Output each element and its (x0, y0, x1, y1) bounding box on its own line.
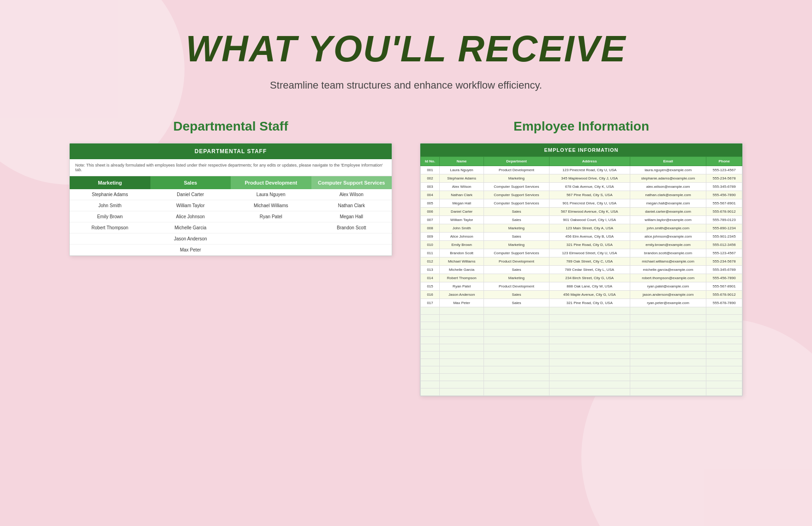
table-cell: 004 (421, 191, 440, 199)
table-cell: 555-345-6789 (706, 183, 742, 191)
table-cell-empty (484, 337, 549, 344)
table-cell-empty (484, 389, 549, 396)
table-cell-empty (706, 389, 742, 396)
table-cell-empty (630, 352, 706, 359)
table-cell: Stephanie Adams (440, 174, 484, 183)
table-cell: Daniel Carter (440, 208, 484, 216)
table-cell-empty (484, 322, 549, 329)
table-cell-empty (484, 344, 549, 352)
table-cell: 234 Birch Street, City G, USA (549, 274, 630, 282)
table-cell-empty (440, 337, 484, 344)
table-cell: ryan.peter@example.com (630, 299, 706, 307)
table-cell: 014 (421, 274, 440, 282)
table-cell-empty (630, 374, 706, 381)
table-cell: 789 Oak Street, City C, USA (549, 257, 630, 266)
dept-cell: John Smith (70, 200, 150, 211)
table-cell-empty (440, 359, 484, 366)
table-cell: Product Development (484, 282, 549, 291)
table-cell: 345 Maplewood Drive, City J, USA (549, 174, 630, 183)
dept-cell: Megan Hall (311, 211, 392, 222)
emp-table-col-header: Department (484, 157, 549, 166)
emp-table-body: 001Laura NguyenProduct Development123 Pi… (421, 166, 742, 396)
table-row (421, 374, 742, 381)
table-cell-empty (484, 307, 549, 315)
table-cell: Marketing (484, 274, 549, 282)
table-cell: 009 (421, 233, 440, 241)
table-cell-empty (630, 315, 706, 322)
table-cell: 901 Pinecrest Drive, City U, USA (549, 199, 630, 208)
dept-cell: Daniel Carter (150, 189, 231, 200)
table-cell: 555-456-7890 (706, 191, 742, 199)
dept-cell (231, 233, 311, 245)
table-cell-empty (706, 359, 742, 366)
emp-header: EMPLOYEE INFORMATION (420, 143, 742, 156)
table-cell: emily.brown@example.com (630, 241, 706, 249)
employee-info-section: Employee Information EMPLOYEE INFORMATIO… (420, 119, 743, 396)
table-cell-empty (549, 307, 630, 315)
table-cell: Product Development (484, 257, 549, 266)
table-cell: william.taylor@example.com (630, 216, 706, 224)
dept-cell (231, 245, 311, 256)
table-cell-empty (706, 322, 742, 329)
table-cell: 555-012-3456 (706, 241, 742, 249)
table-cell-empty (630, 322, 706, 329)
dept-cell: William Taylor (150, 200, 231, 211)
table-cell-empty (706, 352, 742, 359)
dept-cell: Brandon Scott (311, 222, 392, 233)
table-cell: Sales (484, 233, 549, 241)
table-row: 002Stephanie AdamsMarketing345 Maplewood… (421, 174, 742, 183)
table-cell: Sales (484, 216, 549, 224)
dept-cell (70, 245, 150, 256)
emp-table-col-header: Phone (706, 157, 742, 166)
table-cell-empty (421, 366, 440, 374)
table-cell: 017 (421, 299, 440, 307)
table-cell-empty (440, 366, 484, 374)
emp-table-col-header: Id No. (421, 157, 440, 166)
table-cell-empty (549, 366, 630, 374)
table-cell: 789 Cedar Street, City L, USA (549, 266, 630, 274)
table-cell: Product Development (484, 166, 549, 174)
table-cell-empty (421, 322, 440, 329)
table-row (421, 389, 742, 396)
table-cell-empty (706, 344, 742, 352)
table-cell-empty (706, 315, 742, 322)
dept-sheet-container: DEPARTMENTAL STAFF Note: This sheet is a… (69, 143, 392, 256)
dept-col-header-computer: Computer Support Services (311, 176, 392, 189)
table-cell: 555-567-8901 (706, 282, 742, 291)
table-cell: Sales (484, 291, 549, 299)
table-row: 017Max PeterSales321 Pine Road, City D, … (421, 299, 742, 307)
table-cell-empty (440, 389, 484, 396)
table-cell: Sales (484, 299, 549, 307)
table-cell-empty (440, 307, 484, 315)
table-row (421, 337, 742, 344)
table-cell: 456 Maple Avenue, City G, USA (549, 291, 630, 299)
table-cell: Max Peter (440, 299, 484, 307)
table-cell: 555-789-0123 (706, 216, 742, 224)
table-row: 006Daniel CarterSales567 Elmwood Avenue,… (421, 208, 742, 216)
table-cell: nathan.clark@example.com (630, 191, 706, 199)
dept-cell: Michelle Garcia (150, 222, 231, 233)
table-cell: Sales (484, 266, 549, 274)
table-cell: Ryan Patel (440, 282, 484, 291)
table-row: 007William TaylorSales901 Oakwood Court,… (421, 216, 742, 224)
table-cell: Computer Support Services (484, 249, 549, 257)
table-row (421, 381, 742, 389)
table-row: 008John SmithMarketing123 Main Street, C… (421, 224, 742, 233)
table-row: 011Brandon ScottComputer Support Service… (421, 249, 742, 257)
table-cell-empty (421, 389, 440, 396)
dept-header: DEPARTMENTAL STAFF (70, 143, 392, 159)
dept-cell: Alex Wilson (311, 189, 392, 200)
dept-cell: Alice Johnson (150, 211, 231, 222)
dept-col-header-sales: Sales (150, 176, 231, 189)
table-cell-empty (549, 374, 630, 381)
dept-cell: Stephanie Adams (70, 189, 150, 200)
table-cell: Computer Support Services (484, 199, 549, 208)
table-cell: Michelle Garcia (440, 266, 484, 274)
table-cell-empty (421, 315, 440, 322)
table-cell: William Taylor (440, 216, 484, 224)
table-cell-empty (440, 352, 484, 359)
dept-cell: Ryan Patel (231, 211, 311, 222)
table-cell-empty (421, 359, 440, 366)
table-cell: 008 (421, 224, 440, 233)
table-cell: Megan Hall (440, 199, 484, 208)
